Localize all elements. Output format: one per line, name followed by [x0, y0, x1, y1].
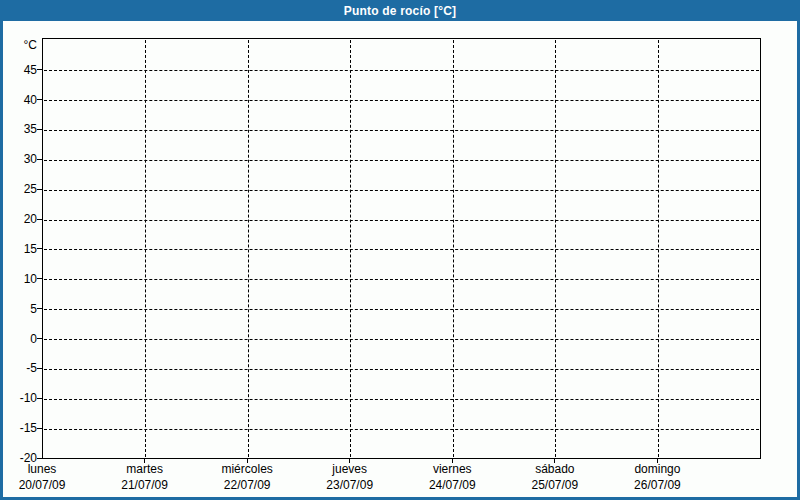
- chart-window: Punto de rocío [°C] 454035302520151050-5…: [0, 0, 800, 500]
- chart-title-bar: Punto de rocío [°C]: [0, 0, 800, 21]
- chart-title: Punto de rocío [°C]: [344, 4, 457, 18]
- chart-canvas: [3, 21, 797, 497]
